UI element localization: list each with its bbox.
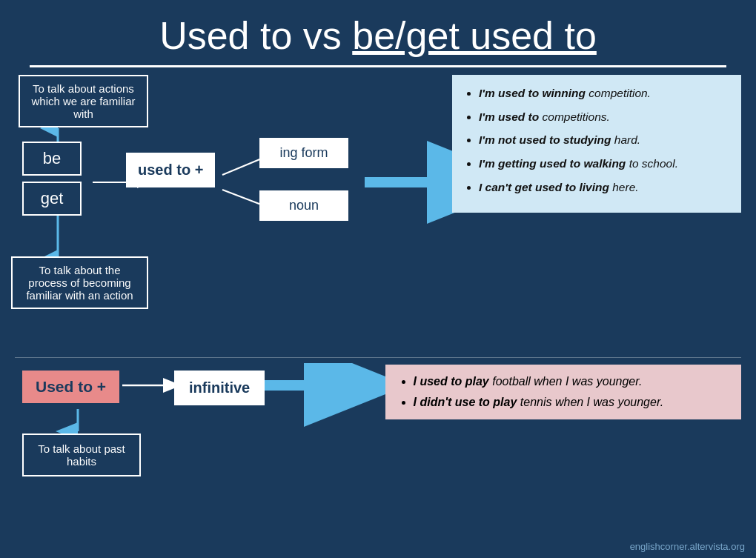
bottom-example-2: I didn't use to play tennis when I was y… <box>414 396 728 409</box>
bottom-section: Used to + infinitive To talk about past … <box>15 363 741 459</box>
bottom-label-box: To talk about the process of becoming fa… <box>11 256 148 309</box>
form-boxes: ing form noun <box>259 138 348 221</box>
past-habits-box: To talk about past habits <box>22 434 141 476</box>
noun-box: noun <box>259 190 348 221</box>
bottom-label-text: To talk about the process of becoming fa… <box>26 264 133 302</box>
example-4: I'm getting used to walking to school. <box>479 156 729 172</box>
top-examples-box: I'm used to winning competition. I'm use… <box>452 75 741 213</box>
example-1: I'm used to winning competition. <box>479 85 729 102</box>
watermark: englishcorner.altervista.org <box>630 541 745 552</box>
example-5: I can't get used to living here. <box>479 179 729 196</box>
bottom-example-1: I used to play football when I was young… <box>414 375 728 388</box>
example-2: I'm used to competitions. <box>479 109 729 125</box>
example-3: I'm not used to studying hard. <box>479 132 729 148</box>
top-label-text: To talk about actions which we are famil… <box>31 82 135 120</box>
get-box: get <box>22 182 82 216</box>
infinitive-box: infinitive <box>174 371 265 405</box>
page-title: Used to vs be/get used to <box>30 0 726 67</box>
title-part1: Used to vs <box>159 14 352 57</box>
ing-form-box: ing form <box>259 138 348 168</box>
bottom-left-group: Used to + infinitive To talk about past … <box>15 363 378 459</box>
title-part2: be/get used to <box>352 14 597 57</box>
section-divider <box>15 357 741 358</box>
be-get-group: be get <box>22 142 82 216</box>
bottom-examples-box: I used to play football when I was young… <box>385 365 741 419</box>
be-box: be <box>22 142 82 176</box>
used-to-box: used to + <box>126 153 215 187</box>
used-to-plus-box: Used to + <box>22 371 119 403</box>
top-label-box: To talk about actions which we are famil… <box>19 75 148 127</box>
